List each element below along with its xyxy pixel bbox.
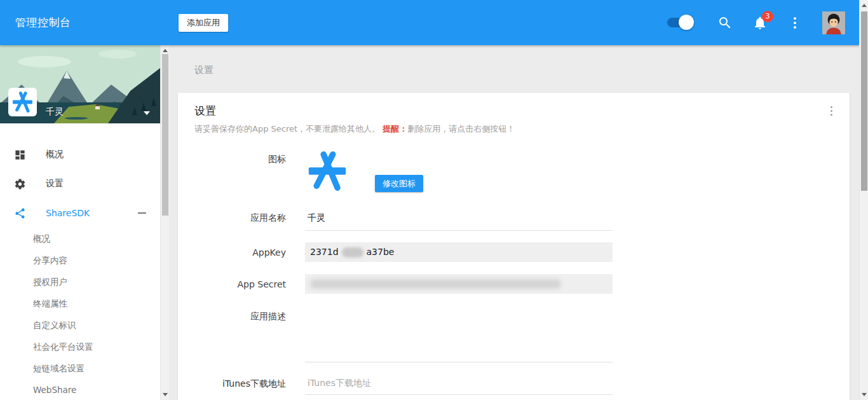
scroll-down-icon[interactable] (862, 393, 867, 396)
icon-label: 图标 (178, 149, 286, 193)
settings-card: 设置 请妥善保存你的App Secret，不要泄露给其他人。 提醒：删除应用，请… (178, 93, 850, 400)
notification-badge: 3 (762, 11, 773, 22)
user-avatar[interactable] (822, 11, 845, 34)
settings-form: 图标 修改图标 应用名称 千灵 AppKey (178, 149, 850, 395)
app-switcher-caret-icon[interactable] (144, 111, 150, 115)
add-app-button[interactable]: 添加应用 (179, 14, 228, 32)
appkey-label: AppKey (178, 247, 286, 258)
description-textarea[interactable] (305, 310, 613, 362)
appkey-value: 2371d a37be (305, 242, 613, 262)
page-scrollbar-thumb[interactable] (861, 11, 867, 191)
app-name-input[interactable]: 千灵 (305, 212, 613, 231)
sidebar-subitem-overview[interactable]: 概况 (0, 228, 160, 249)
sidebar-subitem-short-link[interactable]: 短链域名设置 (0, 357, 160, 379)
appkey-redacted-blur (342, 247, 363, 258)
sidebar-subitem-social-platform[interactable]: 社会化平台设置 (0, 336, 160, 357)
sidebar-scrollbar[interactable] (160, 45, 169, 400)
card-menu-icon[interactable] (829, 104, 834, 118)
dashboard-icon (14, 149, 26, 161)
current-app-name: 千灵 (46, 106, 64, 118)
sidebar-item-label: 概况 (46, 149, 64, 160)
notifications-bell-icon[interactable]: 3 (752, 15, 768, 31)
gear-icon (14, 178, 26, 190)
change-icon-button[interactable]: 修改图标 (375, 175, 423, 192)
sidebar-subitem-terminal-attrs[interactable]: 终端属性 (0, 293, 160, 314)
card-title: 设置 (194, 104, 833, 118)
description-label: 应用描述 (178, 310, 286, 362)
app-name-row: 应用名称 千灵 (178, 212, 850, 231)
sidebar-item-settings[interactable]: 设置 (0, 169, 160, 198)
current-app-icon (8, 88, 37, 116)
sharesdk-submenu: 概况 分享内容 授权用户 终端属性 自定义标识 社会化平台设置 短链域名设置 W… (0, 228, 160, 400)
itunes-label: iTunes下载地址 (178, 374, 286, 390)
main-content: 设置 设置 请妥善保存你的App Secret，不要泄露给其他人。 提醒：删除应… (169, 45, 859, 400)
sidebar-subitem-custom-id[interactable]: 自定义标识 (0, 314, 160, 336)
page-title: 管理控制台 (15, 0, 71, 45)
topbar: 管理控制台 添加应用 3 (0, 0, 859, 45)
toggle-knob[interactable] (679, 15, 694, 30)
sidebar-subitem-authorized-users[interactable]: 授权用户 (0, 271, 160, 293)
card-header: 设置 请妥善保存你的App Secret，不要泄露给其他人。 提醒：删除应用，请… (178, 93, 850, 135)
sidebar-item-label: 设置 (46, 178, 64, 190)
overflow-menu-icon[interactable] (787, 17, 803, 29)
subtitle-warning: 提醒： (383, 124, 407, 134)
subtitle-warning-rest: 删除应用，请点击右侧按钮！ (407, 124, 515, 134)
app-secret-value (305, 274, 613, 294)
toggle-switch[interactable] (667, 18, 691, 27)
app-secret-row: App Secret (178, 274, 850, 294)
topbar-actions: 3 (667, 0, 845, 45)
app-switcher-header[interactable]: 千灵 (0, 45, 160, 123)
scroll-down-icon[interactable] (163, 393, 168, 396)
itunes-url-input[interactable] (305, 374, 613, 395)
subtitle-text: 请妥善保存你的App Secret，不要泄露给其他人。 (194, 124, 383, 134)
sidebar-item-overview[interactable]: 概况 (0, 140, 160, 169)
sidebar-scrollbar-thumb[interactable] (162, 54, 168, 216)
sidebar-item-label: ShareSDK (46, 208, 90, 218)
collapse-icon[interactable] (138, 212, 146, 214)
scroll-up-icon[interactable] (163, 49, 168, 52)
appkey-row: AppKey 2371d a37be (178, 242, 850, 262)
itunes-row: iTunes下载地址 (178, 374, 850, 395)
appkey-start: 2371d (310, 242, 339, 262)
appkey-end: a37be (367, 242, 395, 262)
app-icon-preview (305, 149, 349, 193)
sidebar-subitem-share-content[interactable]: 分享内容 (0, 249, 160, 271)
icon-row: 图标 修改图标 (178, 149, 850, 193)
card-subtitle: 请妥善保存你的App Secret，不要泄露给其他人。 提醒：删除应用，请点击右… (194, 123, 833, 135)
breadcrumb: 设置 (169, 45, 859, 76)
sidebar-nav: 概况 设置 ShareSDK 概况 分享内容 授权用户 终端属性 自定义标识 社… (0, 123, 160, 400)
app-secret-redacted-blur (310, 279, 561, 289)
app-secret-label: App Secret (178, 279, 286, 289)
scroll-up-icon[interactable] (862, 4, 867, 7)
app-name-label: 应用名称 (178, 212, 286, 231)
sidebar-subitem-webshare[interactable]: WebShare (0, 379, 160, 400)
share-icon (14, 207, 26, 219)
search-icon[interactable] (717, 15, 733, 31)
page-scrollbar[interactable] (859, 0, 868, 400)
description-row: 应用描述 (178, 310, 850, 362)
sidebar-item-sharesdk[interactable]: ShareSDK (0, 198, 160, 228)
sidebar: 千灵 概况 设置 ShareSDK 概况 分享内容 授权用户 终端属 (0, 45, 160, 400)
